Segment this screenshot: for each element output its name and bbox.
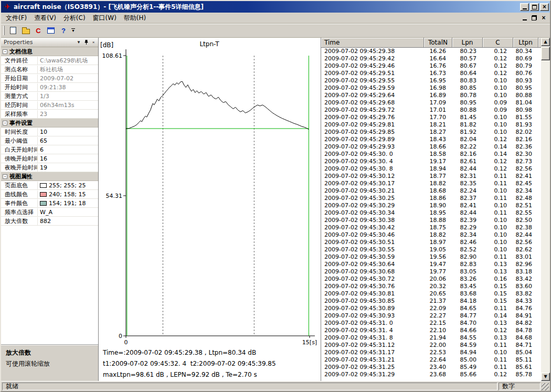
property-value[interactable]: 10 bbox=[38, 129, 98, 135]
table-row[interactable]: 2009-07-02 09:45:29.8118.2181.820.1081.9… bbox=[321, 121, 541, 129]
table-row[interactable]: 2009-07-02 09:45:30.8521.3784.180.1584.3… bbox=[321, 298, 541, 305]
property-value[interactable]: 16 bbox=[38, 155, 98, 162]
open-file-button[interactable] bbox=[19, 25, 32, 37]
table-row[interactable]: 2009-07-02 09:45:30.1218.7782.310.1182.4… bbox=[321, 173, 541, 180]
menu-view[interactable]: 查看(V) bbox=[30, 13, 60, 24]
window-properties-button[interactable] bbox=[45, 25, 57, 37]
property-section-header[interactable]: -事件设置 bbox=[1, 119, 98, 128]
table-row[interactable]: 2009-07-02 09:45:31. 422.1084.660.1284.7… bbox=[321, 327, 541, 334]
column-header-c[interactable]: C bbox=[483, 38, 513, 48]
property-value[interactable]: 23 bbox=[38, 111, 98, 118]
scroll-down-button[interactable]: ▼ bbox=[541, 373, 550, 381]
color-swatch[interactable] bbox=[40, 183, 47, 188]
properties-close-button[interactable]: × bbox=[90, 39, 97, 46]
properties-panel-header[interactable]: Properties ▼ × bbox=[1, 38, 98, 47]
table-row[interactable]: 2009-07-02 09:45:30.2518.8682.370.1182.4… bbox=[321, 195, 541, 202]
table-row[interactable]: 2009-07-02 09:45:30.6819.7783.050.1383.1… bbox=[321, 268, 541, 276]
property-value[interactable]: 882 bbox=[38, 218, 98, 225]
help-button[interactable]: ? bbox=[57, 25, 70, 37]
table-row[interactable]: 2009-07-02 09:45:30.1718.8282.350.1182.4… bbox=[321, 180, 541, 187]
table-row[interactable]: 2009-07-02 09:45:31. 022.1584.700.1384.8… bbox=[321, 320, 541, 327]
scroll-thumb[interactable] bbox=[541, 47, 550, 60]
table-row[interactable]: 2009-07-02 09:45:30.2918.9082.410.1082.5… bbox=[321, 202, 541, 209]
table-row[interactable]: 2009-07-02 09:45:29.5916.9880.850.1080.9… bbox=[321, 84, 541, 92]
properties-menu-button[interactable]: ▼ bbox=[75, 39, 82, 46]
table-row[interactable]: 2009-07-02 09:45:30.3818.8882.390.1082.5… bbox=[321, 217, 541, 224]
property-value[interactable]: 154; 191; 18 bbox=[38, 200, 98, 207]
table-row[interactable]: 2009-07-02 09:45:29.7217.0180.880.0980.9… bbox=[321, 107, 541, 114]
table-row[interactable]: 2009-07-02 09:45:30.9322.2784.770.1484.9… bbox=[321, 312, 541, 320]
menu-window[interactable]: 窗口(W) bbox=[89, 13, 120, 24]
table-row[interactable]: 2009-07-02 09:45:30. 818.9482.440.1282.5… bbox=[321, 165, 541, 173]
table-row[interactable]: 2009-07-02 09:45:29.6416.8980.780.1080.8… bbox=[321, 92, 541, 99]
property-value[interactable]: 2009-07-02 bbox=[38, 75, 98, 82]
property-value[interactable]: 1/3 bbox=[38, 93, 98, 100]
resize-grip[interactable] bbox=[542, 383, 549, 390]
property-section-header[interactable]: -视图属性 bbox=[1, 172, 98, 181]
table-row[interactable]: 2009-07-02 09:45:30.7620.3283.450.1583.6… bbox=[321, 283, 541, 290]
color-swatch[interactable] bbox=[40, 192, 47, 197]
collapse-icon[interactable]: - bbox=[3, 121, 7, 125]
table-row[interactable]: 2009-07-02 09:45:30.7220.0683.260.1683.4… bbox=[321, 276, 541, 283]
table-row[interactable]: 2009-07-02 09:45:29.9318.6682.220.1482.3… bbox=[321, 143, 541, 151]
table-row[interactable]: 2009-07-02 09:45:29.5116.7380.640.1280.7… bbox=[321, 70, 541, 77]
table-row[interactable]: 2009-07-02 09:45:31.1722.5384.940.1085.0… bbox=[321, 349, 541, 356]
table-scrollbar[interactable]: ▲ ▼ bbox=[541, 38, 550, 381]
table-row[interactable]: 2009-07-02 09:45:29.6817.0980.950.0981.0… bbox=[321, 99, 541, 107]
toolbar-grip[interactable] bbox=[3, 26, 5, 35]
ltpn-chart[interactable]: Ltpn-T[dB]108.6154.310015[s] bbox=[99, 38, 320, 346]
scroll-up-button[interactable]: ▲ bbox=[541, 38, 550, 46]
minimize-button[interactable] bbox=[520, 3, 529, 11]
table-row[interactable]: 2009-07-02 09:45:30.3418.9582.440.1182.5… bbox=[321, 209, 541, 217]
column-header-ltpn[interactable]: Ltpn bbox=[513, 38, 538, 48]
red-c-button[interactable]: C bbox=[32, 25, 45, 37]
table-row[interactable]: 2009-07-02 09:45:30. 018.5882.160.1482.3… bbox=[321, 151, 541, 158]
table-row[interactable]: 2009-07-02 09:45:30.4618.8282.340.1082.4… bbox=[321, 231, 541, 239]
property-section-header[interactable]: -文档信息 bbox=[1, 47, 98, 56]
property-value[interactable]: W_A bbox=[38, 209, 98, 216]
table-row[interactable]: 2009-07-02 09:45:31.2523.4085.490.1185.6… bbox=[321, 364, 541, 371]
table-row[interactable]: 2009-07-02 09:45:30.5919.5682.900.1183.0… bbox=[321, 253, 541, 261]
property-value[interactable]: 09:21:38 bbox=[38, 84, 98, 91]
table-row[interactable]: 2009-07-02 09:45:30.5118.9782.460.1082.5… bbox=[321, 239, 541, 246]
table-row[interactable]: 2009-07-02 09:45:29.4216.6480.570.1280.6… bbox=[321, 55, 541, 62]
column-header-lpn[interactable]: Lpn bbox=[452, 38, 483, 48]
table-row[interactable]: 2009-07-02 09:45:31.1222.0084.590.1184.7… bbox=[321, 342, 541, 349]
table-row[interactable]: 2009-07-02 09:45:31.2122.6485.000.1185.1… bbox=[321, 356, 541, 364]
table-row[interactable]: 2009-07-02 09:45:29.4616.7680.670.1280.7… bbox=[321, 62, 541, 70]
collapse-icon[interactable]: - bbox=[3, 49, 7, 54]
property-value[interactable]: 6 bbox=[38, 146, 98, 153]
table-row[interactable]: 2009-07-02 09:45:30.4218.7582.290.1082.3… bbox=[321, 224, 541, 231]
table-row[interactable]: 2009-07-02 09:45:29.8518.2781.920.1082.0… bbox=[321, 129, 541, 136]
table-row[interactable]: 2009-07-02 09:45:30.2118.6882.240.1082.3… bbox=[321, 187, 541, 195]
table-row[interactable]: 2009-07-02 09:45:29.3816.2680.230.1280.3… bbox=[321, 48, 541, 55]
table-row[interactable]: 2009-07-02 09:45:30.6419.4782.830.1382.9… bbox=[321, 261, 541, 268]
mdi-restore-button[interactable] bbox=[530, 14, 538, 22]
toolbar-overflow-button[interactable]: ▼ bbox=[70, 25, 77, 37]
column-header-time[interactable]: Time bbox=[321, 38, 424, 48]
property-value[interactable]: 65 bbox=[38, 137, 98, 144]
property-value[interactable]: 255; 255; 25 bbox=[38, 182, 98, 189]
table-row[interactable]: 2009-07-02 09:45:29.7617.7081.450.1081.5… bbox=[321, 114, 541, 121]
title-bar[interactable]: ✈ aircraft noise（ISO3891）- [飞机噪声分析1--事件5… bbox=[1, 1, 550, 13]
menu-file[interactable]: 文件(F) bbox=[2, 13, 30, 24]
column-header-totaln[interactable]: TotalN bbox=[424, 38, 452, 48]
property-value[interactable]: C:\awa6298\机场 bbox=[38, 57, 98, 65]
table-row[interactable]: 2009-07-02 09:45:29.5516.9580.830.1080.9… bbox=[321, 77, 541, 84]
table-row[interactable]: 2009-07-02 09:45:30. 419.1782.610.1282.7… bbox=[321, 158, 541, 165]
menu-analysis[interactable]: 分析(C) bbox=[60, 13, 89, 24]
mdi-minimize-button[interactable] bbox=[521, 14, 529, 22]
maximize-button[interactable] bbox=[530, 3, 539, 11]
close-button[interactable]: × bbox=[540, 3, 549, 11]
table-row[interactable]: 2009-07-02 09:45:29.8918.4382.040.1282.1… bbox=[321, 136, 541, 143]
properties-pin-button[interactable] bbox=[82, 39, 90, 46]
color-swatch[interactable] bbox=[40, 201, 47, 206]
table-row[interactable]: 2009-07-02 09:45:30.8922.0984.650.1184.7… bbox=[321, 305, 541, 312]
collapse-icon[interactable]: - bbox=[3, 174, 7, 179]
property-value[interactable]: 06h34m13s bbox=[38, 102, 98, 109]
table-row[interactable]: 2009-07-02 09:45:31. 821.9484.550.1384.6… bbox=[321, 334, 541, 342]
menu-help[interactable]: 帮助(H) bbox=[120, 13, 150, 24]
table-row[interactable]: 2009-07-02 09:45:30.8120.6583.680.1583.8… bbox=[321, 290, 541, 298]
new-file-button[interactable] bbox=[7, 25, 19, 37]
property-value[interactable]: 240; 158; 15 bbox=[38, 191, 98, 198]
